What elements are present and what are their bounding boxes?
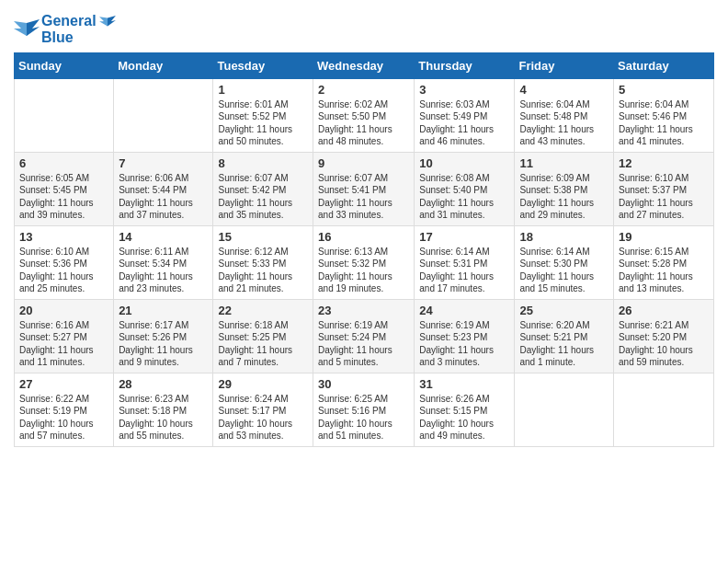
calendar-cell: 25Sunrise: 6:20 AM Sunset: 5:21 PM Dayli…: [515, 299, 614, 373]
cell-info: Sunrise: 6:20 AM Sunset: 5:21 PM Dayligh…: [519, 319, 609, 369]
calendar-cell: 2Sunrise: 6:02 AM Sunset: 5:50 PM Daylig…: [313, 78, 415, 152]
calendar-cell: 9Sunrise: 6:07 AM Sunset: 5:41 PM Daylig…: [313, 152, 415, 225]
day-number: 4: [519, 83, 609, 97]
day-number: 6: [19, 156, 108, 170]
calendar-cell: 26Sunrise: 6:21 AM Sunset: 5:20 PM Dayli…: [614, 299, 714, 373]
day-number: 12: [619, 156, 709, 170]
calendar-cell: 28Sunrise: 6:23 AM Sunset: 5:18 PM Dayli…: [114, 373, 213, 446]
day-number: 23: [318, 304, 409, 317]
cell-info: Sunrise: 6:16 AM Sunset: 5:27 PM Dayligh…: [19, 319, 108, 369]
cell-info: Sunrise: 6:12 AM Sunset: 5:33 PM Dayligh…: [218, 246, 308, 295]
cell-info: Sunrise: 6:13 AM Sunset: 5:32 PM Dayligh…: [318, 246, 409, 295]
day-number: 26: [619, 304, 709, 317]
calendar-cell: [114, 78, 213, 152]
cell-info: Sunrise: 6:06 AM Sunset: 5:44 PM Dayligh…: [119, 172, 208, 222]
calendar-cell: 23Sunrise: 6:19 AM Sunset: 5:24 PM Dayli…: [313, 299, 415, 373]
calendar-cell: 19Sunrise: 6:15 AM Sunset: 5:28 PM Dayli…: [614, 225, 714, 299]
cell-info: Sunrise: 6:22 AM Sunset: 5:19 PM Dayligh…: [19, 393, 108, 442]
weekday-header-wednesday: Wednesday: [313, 52, 415, 78]
calendar-cell: 21Sunrise: 6:17 AM Sunset: 5:26 PM Dayli…: [114, 299, 213, 373]
cell-info: Sunrise: 6:09 AM Sunset: 5:38 PM Dayligh…: [519, 172, 609, 222]
calendar-cell: 24Sunrise: 6:19 AM Sunset: 5:23 PM Dayli…: [415, 299, 515, 373]
calendar-cell: 22Sunrise: 6:18 AM Sunset: 5:25 PM Dayli…: [213, 299, 313, 373]
day-number: 21: [119, 304, 208, 317]
day-number: 22: [218, 304, 308, 317]
day-number: 14: [119, 230, 208, 244]
day-number: 3: [419, 83, 509, 97]
calendar-week-3: 13Sunrise: 6:10 AM Sunset: 5:36 PM Dayli…: [15, 225, 714, 299]
header: GeneralBlue: [14, 9, 714, 47]
day-number: 24: [419, 304, 509, 317]
cell-info: Sunrise: 6:15 AM Sunset: 5:28 PM Dayligh…: [619, 246, 709, 295]
calendar-cell: 20Sunrise: 6:16 AM Sunset: 5:27 PM Dayli…: [15, 299, 114, 373]
calendar-cell: 31Sunrise: 6:26 AM Sunset: 5:15 PM Dayli…: [415, 373, 515, 446]
cell-info: Sunrise: 6:19 AM Sunset: 5:23 PM Dayligh…: [419, 319, 509, 369]
calendar-cell: 12Sunrise: 6:10 AM Sunset: 5:37 PM Dayli…: [614, 152, 714, 225]
calendar-cell: 8Sunrise: 6:07 AM Sunset: 5:42 PM Daylig…: [213, 152, 313, 225]
cell-info: Sunrise: 6:01 AM Sunset: 5:52 PM Dayligh…: [218, 98, 308, 148]
weekday-header-row: SundayMondayTuesdayWednesdayThursdayFrid…: [15, 52, 714, 78]
calendar-week-1: 1Sunrise: 6:01 AM Sunset: 5:52 PM Daylig…: [15, 78, 714, 152]
weekday-header-monday: Monday: [114, 52, 213, 78]
cell-info: Sunrise: 6:08 AM Sunset: 5:40 PM Dayligh…: [419, 172, 509, 222]
calendar-week-2: 6Sunrise: 6:05 AM Sunset: 5:45 PM Daylig…: [15, 152, 714, 225]
cell-info: Sunrise: 6:07 AM Sunset: 5:42 PM Dayligh…: [218, 172, 308, 222]
logo-text: GeneralBlue: [41, 13, 119, 47]
calendar-cell: 5Sunrise: 6:04 AM Sunset: 5:46 PM Daylig…: [614, 78, 714, 152]
day-number: 20: [19, 304, 108, 317]
calendar-cell: 6Sunrise: 6:05 AM Sunset: 5:45 PM Daylig…: [15, 152, 114, 225]
cell-info: Sunrise: 6:11 AM Sunset: 5:34 PM Dayligh…: [119, 246, 208, 295]
cell-info: Sunrise: 6:04 AM Sunset: 5:46 PM Dayligh…: [619, 98, 709, 148]
calendar-cell: 7Sunrise: 6:06 AM Sunset: 5:44 PM Daylig…: [114, 152, 213, 225]
calendar-cell: 30Sunrise: 6:25 AM Sunset: 5:16 PM Dayli…: [313, 373, 415, 446]
calendar-cell: 27Sunrise: 6:22 AM Sunset: 5:19 PM Dayli…: [15, 373, 114, 446]
calendar-cell: 1Sunrise: 6:01 AM Sunset: 5:52 PM Daylig…: [213, 78, 313, 152]
calendar-cell: 16Sunrise: 6:13 AM Sunset: 5:32 PM Dayli…: [313, 225, 415, 299]
day-number: 28: [119, 377, 208, 391]
weekday-header-tuesday: Tuesday: [213, 52, 313, 78]
calendar-cell: 4Sunrise: 6:04 AM Sunset: 5:48 PM Daylig…: [515, 78, 614, 152]
day-number: 29: [218, 377, 308, 391]
cell-info: Sunrise: 6:14 AM Sunset: 5:31 PM Dayligh…: [419, 246, 509, 295]
cell-info: Sunrise: 6:04 AM Sunset: 5:48 PM Dayligh…: [519, 98, 609, 148]
cell-info: Sunrise: 6:02 AM Sunset: 5:50 PM Dayligh…: [318, 98, 409, 148]
cell-info: Sunrise: 6:07 AM Sunset: 5:41 PM Dayligh…: [318, 172, 409, 222]
logo: GeneralBlue: [14, 13, 119, 47]
day-number: 30: [318, 377, 409, 391]
cell-info: Sunrise: 6:19 AM Sunset: 5:24 PM Dayligh…: [318, 319, 409, 369]
calendar-cell: 3Sunrise: 6:03 AM Sunset: 5:49 PM Daylig…: [415, 78, 515, 152]
cell-info: Sunrise: 6:18 AM Sunset: 5:25 PM Dayligh…: [218, 319, 308, 369]
calendar-cell: 13Sunrise: 6:10 AM Sunset: 5:36 PM Dayli…: [15, 225, 114, 299]
cell-info: Sunrise: 6:17 AM Sunset: 5:26 PM Dayligh…: [119, 319, 208, 369]
weekday-header-thursday: Thursday: [415, 52, 515, 78]
cell-info: Sunrise: 6:14 AM Sunset: 5:30 PM Dayligh…: [519, 246, 609, 295]
day-number: 19: [619, 230, 709, 244]
calendar-cell: [614, 373, 714, 446]
day-number: 25: [519, 304, 609, 317]
day-number: 16: [318, 230, 409, 244]
weekday-header-saturday: Saturday: [614, 52, 714, 78]
day-number: 13: [19, 230, 108, 244]
day-number: 31: [419, 377, 509, 391]
day-number: 7: [119, 156, 208, 170]
calendar-cell: 17Sunrise: 6:14 AM Sunset: 5:31 PM Dayli…: [415, 225, 515, 299]
day-number: 1: [218, 83, 308, 97]
calendar-cell: 18Sunrise: 6:14 AM Sunset: 5:30 PM Dayli…: [515, 225, 614, 299]
page: GeneralBlue SundayMondayTuesdayWednesday…: [0, 0, 728, 456]
calendar-table: SundayMondayTuesdayWednesdayThursdayFrid…: [14, 52, 714, 447]
cell-info: Sunrise: 6:03 AM Sunset: 5:49 PM Dayligh…: [419, 98, 509, 148]
cell-info: Sunrise: 6:25 AM Sunset: 5:16 PM Dayligh…: [318, 393, 409, 442]
cell-info: Sunrise: 6:10 AM Sunset: 5:37 PM Dayligh…: [619, 172, 709, 222]
day-number: 11: [519, 156, 609, 170]
weekday-header-sunday: Sunday: [15, 52, 114, 78]
cell-info: Sunrise: 6:24 AM Sunset: 5:17 PM Dayligh…: [218, 393, 308, 442]
calendar-cell: 15Sunrise: 6:12 AM Sunset: 5:33 PM Dayli…: [213, 225, 313, 299]
svg-marker-1: [14, 21, 27, 36]
day-number: 27: [19, 377, 108, 391]
day-number: 8: [218, 156, 308, 170]
cell-info: Sunrise: 6:21 AM Sunset: 5:20 PM Dayligh…: [619, 319, 709, 369]
calendar-week-4: 20Sunrise: 6:16 AM Sunset: 5:27 PM Dayli…: [15, 299, 714, 373]
calendar-cell: [515, 373, 614, 446]
day-number: 17: [419, 230, 509, 244]
day-number: 10: [419, 156, 509, 170]
